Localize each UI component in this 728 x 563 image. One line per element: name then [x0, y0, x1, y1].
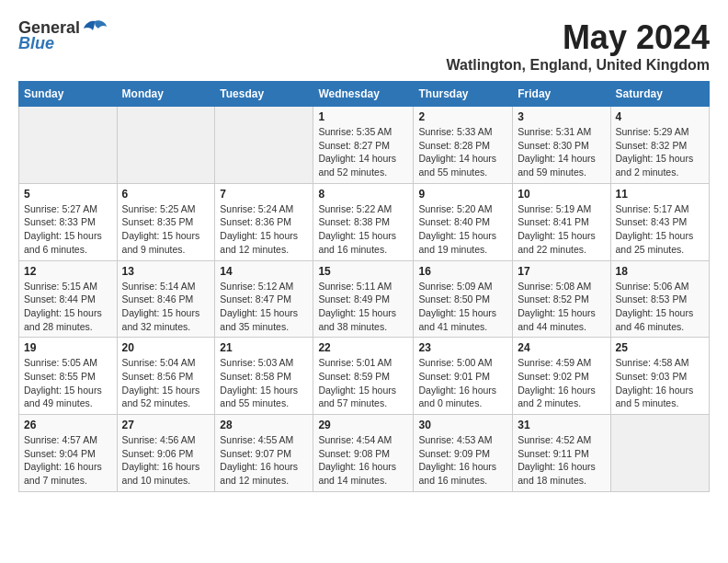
- day-number: 14: [220, 265, 308, 278]
- day-number: 17: [518, 265, 605, 278]
- logo-bird-icon: [82, 19, 108, 38]
- day-number: 7: [220, 188, 308, 201]
- day-info: Sunrise: 5:04 AM Sunset: 8:56 PM Dayligh…: [122, 356, 210, 410]
- calendar-cell: 7Sunrise: 5:24 AM Sunset: 8:36 PM Daylig…: [215, 183, 313, 260]
- calendar-cell: 11Sunrise: 5:17 AM Sunset: 8:43 PM Dayli…: [610, 183, 710, 260]
- calendar-cell: 19Sunrise: 5:05 AM Sunset: 8:55 PM Dayli…: [19, 338, 118, 415]
- calendar-cell: [610, 415, 710, 492]
- day-info: Sunrise: 5:20 AM Sunset: 8:40 PM Dayligh…: [418, 202, 507, 257]
- day-info: Sunrise: 4:58 AM Sunset: 9:03 PM Dayligh…: [616, 356, 705, 410]
- day-info: Sunrise: 5:24 AM Sunset: 8:36 PM Dayligh…: [220, 202, 308, 257]
- day-info: Sunrise: 4:59 AM Sunset: 9:02 PM Dayligh…: [518, 356, 605, 410]
- day-info: Sunrise: 5:08 AM Sunset: 8:52 PM Dayligh…: [518, 280, 605, 334]
- day-number: 26: [24, 419, 112, 431]
- day-info: Sunrise: 5:19 AM Sunset: 8:41 PM Dayligh…: [518, 202, 605, 257]
- day-number: 15: [318, 265, 408, 278]
- calendar-cell: 27Sunrise: 4:56 AM Sunset: 9:06 PM Dayli…: [117, 415, 215, 492]
- day-number: 31: [518, 419, 605, 431]
- day-info: Sunrise: 5:29 AM Sunset: 8:32 PM Dayligh…: [616, 125, 705, 179]
- calendar-cell: 5Sunrise: 5:27 AM Sunset: 8:33 PM Daylig…: [19, 183, 118, 260]
- calendar-week-row: 12Sunrise: 5:15 AM Sunset: 8:44 PM Dayli…: [19, 260, 710, 338]
- day-number: 25: [616, 341, 705, 354]
- calendar-cell: 21Sunrise: 5:03 AM Sunset: 8:58 PM Dayli…: [215, 338, 313, 415]
- page-header: General Blue May 2024 Watlington, Englan…: [18, 18, 710, 74]
- logo: General Blue: [18, 18, 108, 53]
- day-info: Sunrise: 5:09 AM Sunset: 8:50 PM Dayligh…: [418, 280, 507, 334]
- day-info: Sunrise: 5:00 AM Sunset: 9:01 PM Dayligh…: [418, 356, 507, 410]
- weekday-header-row: SundayMondayTuesdayWednesdayThursdayFrid…: [19, 82, 710, 107]
- calendar-cell: 28Sunrise: 4:55 AM Sunset: 9:07 PM Dayli…: [215, 415, 313, 492]
- day-number: 2: [418, 110, 507, 123]
- day-info: Sunrise: 5:06 AM Sunset: 8:53 PM Dayligh…: [616, 280, 705, 334]
- weekday-header-sunday: Sunday: [19, 82, 118, 107]
- calendar-cell: 12Sunrise: 5:15 AM Sunset: 8:44 PM Dayli…: [19, 260, 118, 338]
- day-info: Sunrise: 5:27 AM Sunset: 8:33 PM Dayligh…: [24, 202, 112, 257]
- location-title: Watlington, England, United Kingdom: [447, 57, 710, 74]
- day-number: 19: [24, 341, 112, 354]
- month-title: May 2024: [447, 18, 710, 57]
- weekday-header-tuesday: Tuesday: [215, 82, 313, 107]
- day-info: Sunrise: 4:57 AM Sunset: 9:04 PM Dayligh…: [24, 433, 112, 488]
- day-number: 29: [318, 419, 408, 431]
- day-number: 9: [418, 188, 507, 201]
- day-info: Sunrise: 5:05 AM Sunset: 8:55 PM Dayligh…: [24, 356, 112, 410]
- day-info: Sunrise: 5:12 AM Sunset: 8:47 PM Dayligh…: [220, 280, 308, 334]
- calendar-cell: 18Sunrise: 5:06 AM Sunset: 8:53 PM Dayli…: [610, 260, 710, 338]
- title-block: May 2024 Watlington, England, United Kin…: [447, 18, 710, 74]
- calendar-cell: [19, 107, 118, 184]
- day-number: 30: [418, 419, 507, 431]
- calendar-cell: 1Sunrise: 5:35 AM Sunset: 8:27 PM Daylig…: [313, 107, 414, 184]
- calendar-cell: 9Sunrise: 5:20 AM Sunset: 8:40 PM Daylig…: [414, 183, 513, 260]
- weekday-header-thursday: Thursday: [414, 82, 513, 107]
- day-number: 11: [616, 188, 705, 201]
- day-info: Sunrise: 5:33 AM Sunset: 8:28 PM Dayligh…: [418, 125, 507, 179]
- day-number: 24: [518, 341, 605, 354]
- calendar-cell: 20Sunrise: 5:04 AM Sunset: 8:56 PM Dayli…: [117, 338, 215, 415]
- calendar-week-row: 26Sunrise: 4:57 AM Sunset: 9:04 PM Dayli…: [19, 415, 710, 492]
- calendar-cell: 10Sunrise: 5:19 AM Sunset: 8:41 PM Dayli…: [513, 183, 610, 260]
- calendar-cell: 2Sunrise: 5:33 AM Sunset: 8:28 PM Daylig…: [414, 107, 513, 184]
- calendar-week-row: 5Sunrise: 5:27 AM Sunset: 8:33 PM Daylig…: [19, 183, 710, 260]
- day-number: 6: [122, 188, 210, 201]
- day-number: 21: [220, 341, 308, 354]
- day-number: 5: [24, 188, 112, 201]
- weekday-header-saturday: Saturday: [610, 82, 710, 107]
- day-number: 8: [318, 188, 408, 201]
- calendar-cell: 24Sunrise: 4:59 AM Sunset: 9:02 PM Dayli…: [513, 338, 610, 415]
- day-number: 16: [418, 265, 507, 278]
- calendar-cell: 23Sunrise: 5:00 AM Sunset: 9:01 PM Dayli…: [414, 338, 513, 415]
- calendar-cell: 26Sunrise: 4:57 AM Sunset: 9:04 PM Dayli…: [19, 415, 118, 492]
- calendar-cell: 13Sunrise: 5:14 AM Sunset: 8:46 PM Dayli…: [117, 260, 215, 338]
- day-info: Sunrise: 5:17 AM Sunset: 8:43 PM Dayligh…: [616, 202, 705, 257]
- day-info: Sunrise: 4:53 AM Sunset: 9:09 PM Dayligh…: [418, 433, 507, 488]
- calendar-cell: 30Sunrise: 4:53 AM Sunset: 9:09 PM Dayli…: [414, 415, 513, 492]
- day-info: Sunrise: 4:54 AM Sunset: 9:08 PM Dayligh…: [318, 433, 408, 488]
- day-info: Sunrise: 5:14 AM Sunset: 8:46 PM Dayligh…: [122, 280, 210, 334]
- calendar-cell: 22Sunrise: 5:01 AM Sunset: 8:59 PM Dayli…: [313, 338, 414, 415]
- calendar-cell: [117, 107, 215, 184]
- day-info: Sunrise: 5:11 AM Sunset: 8:49 PM Dayligh…: [318, 280, 408, 334]
- calendar-cell: 29Sunrise: 4:54 AM Sunset: 9:08 PM Dayli…: [313, 415, 414, 492]
- calendar-table: SundayMondayTuesdayWednesdayThursdayFrid…: [18, 81, 710, 492]
- day-info: Sunrise: 4:52 AM Sunset: 9:11 PM Dayligh…: [518, 433, 605, 488]
- weekday-header-wednesday: Wednesday: [313, 82, 414, 107]
- calendar-week-row: 1Sunrise: 5:35 AM Sunset: 8:27 PM Daylig…: [19, 107, 710, 184]
- day-info: Sunrise: 5:01 AM Sunset: 8:59 PM Dayligh…: [318, 356, 408, 410]
- day-number: 13: [122, 265, 210, 278]
- weekday-header-friday: Friday: [513, 82, 610, 107]
- calendar-cell: 17Sunrise: 5:08 AM Sunset: 8:52 PM Dayli…: [513, 260, 610, 338]
- day-number: 28: [220, 419, 308, 431]
- day-number: 12: [24, 265, 112, 278]
- day-number: 4: [616, 110, 705, 123]
- calendar-cell: 15Sunrise: 5:11 AM Sunset: 8:49 PM Dayli…: [313, 260, 414, 338]
- calendar-cell: 14Sunrise: 5:12 AM Sunset: 8:47 PM Dayli…: [215, 260, 313, 338]
- logo-blue-text: Blue: [18, 34, 54, 53]
- calendar-cell: 6Sunrise: 5:25 AM Sunset: 8:35 PM Daylig…: [117, 183, 215, 260]
- calendar-cell: 31Sunrise: 4:52 AM Sunset: 9:11 PM Dayli…: [513, 415, 610, 492]
- calendar-cell: 4Sunrise: 5:29 AM Sunset: 8:32 PM Daylig…: [610, 107, 710, 184]
- day-number: 10: [518, 188, 605, 201]
- day-number: 27: [122, 419, 210, 431]
- day-info: Sunrise: 5:35 AM Sunset: 8:27 PM Dayligh…: [318, 125, 408, 179]
- calendar-cell: 8Sunrise: 5:22 AM Sunset: 8:38 PM Daylig…: [313, 183, 414, 260]
- day-number: 18: [616, 265, 705, 278]
